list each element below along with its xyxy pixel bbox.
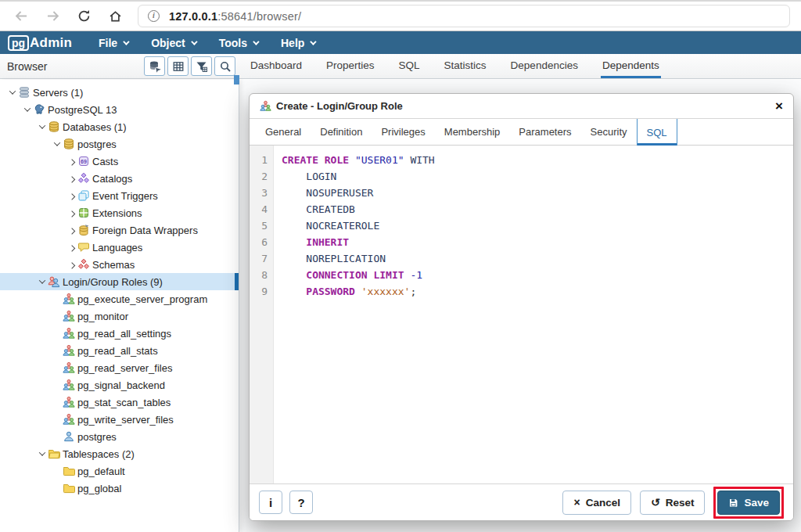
dialog-tab-parameters[interactable]: Parameters bbox=[509, 119, 580, 145]
reset-button[interactable]: ↺ Reset bbox=[640, 491, 706, 515]
menu-tools[interactable]: Tools bbox=[219, 37, 257, 49]
chevron-down-icon bbox=[253, 38, 259, 45]
back-icon[interactable] bbox=[11, 6, 31, 27]
expander-down-icon[interactable] bbox=[6, 90, 18, 95]
tree-item-label: Event Triggers bbox=[92, 190, 158, 202]
dialog-tab-privileges[interactable]: Privileges bbox=[372, 119, 434, 145]
help-button[interactable]: ? bbox=[289, 491, 313, 514]
create-login-group-role-dialog: Create - Login/Group Role × GeneralDefin… bbox=[249, 93, 794, 521]
dialog-footer: i ? × Cancel ↺ Reset Save bbox=[250, 483, 793, 520]
tree-item-extensions[interactable]: Extensions bbox=[0, 204, 239, 221]
expander-right-icon[interactable] bbox=[66, 210, 77, 215]
tree-item-catalogs[interactable]: Catalogs bbox=[0, 170, 239, 187]
tree-item-label: pg_default bbox=[77, 466, 125, 477]
tree-item-postgresql-13[interactable]: PostgreSQL 13 bbox=[0, 101, 239, 118]
tree-item-login-group-roles-9-[interactable]: Login/Group Roles (9) bbox=[0, 273, 239, 290]
tree-item-postgres[interactable]: postgres bbox=[0, 135, 239, 153]
tab-dependents[interactable]: Dependents bbox=[601, 54, 661, 78]
dialog-tab-general[interactable]: General bbox=[256, 119, 311, 145]
code-line: PASSWORD 'xxxxxx'; bbox=[282, 283, 793, 300]
dialog-tab-sql[interactable]: SQL bbox=[637, 119, 677, 146]
info-button[interactable]: i bbox=[259, 491, 282, 514]
expander-down-icon[interactable] bbox=[21, 107, 33, 112]
expander-down-icon[interactable] bbox=[36, 124, 48, 129]
roles3-icon bbox=[63, 293, 77, 305]
line-number: 2 bbox=[250, 168, 268, 185]
expander-right-icon[interactable] bbox=[66, 245, 77, 250]
tree-item-label: postgres bbox=[77, 431, 117, 443]
site-info-icon[interactable]: i bbox=[148, 10, 160, 22]
sql-code[interactable]: CREATE ROLE "USER01" WITH LOGIN NOSUPERU… bbox=[274, 146, 793, 483]
tab-statistics[interactable]: Statistics bbox=[443, 54, 488, 78]
dialog-tab-security[interactable]: Security bbox=[581, 119, 637, 145]
tree-item-postgres[interactable]: postgres bbox=[0, 428, 239, 445]
tab-dependencies[interactable]: Dependencies bbox=[509, 54, 580, 78]
tree-item-label: Servers (1) bbox=[32, 87, 83, 99]
tree-item-pg-write-server-files[interactable]: pg_write_server_files bbox=[0, 411, 239, 428]
browser-panel-header: Browser bbox=[0, 54, 239, 78]
save-button[interactable]: Save bbox=[717, 491, 780, 515]
tree-item-pg-execute-server-program[interactable]: pg_execute_server_program bbox=[0, 290, 239, 307]
panel-bar: Browser DashboardPropertiesSQLStatistics… bbox=[0, 54, 801, 79]
expander-right-icon[interactable] bbox=[66, 193, 77, 198]
expander-down-icon[interactable] bbox=[36, 451, 48, 456]
tree-item-label: Casts bbox=[92, 156, 118, 167]
database-icon bbox=[149, 60, 161, 73]
tree-item-schemas[interactable]: Schemas bbox=[0, 256, 239, 273]
chevron-down-icon bbox=[123, 38, 129, 45]
cancel-button[interactable]: × Cancel bbox=[562, 491, 630, 515]
dialog-tab-membership[interactable]: Membership bbox=[435, 119, 510, 145]
tree-item-pg-stat-scan-tables[interactable]: pg_stat_scan_tables bbox=[0, 394, 239, 411]
main-tab-bar: DashboardPropertiesSQLStatisticsDependen… bbox=[239, 54, 661, 78]
sql-editor[interactable]: 123456789 CREATE ROLE "USER01" WITH LOGI… bbox=[250, 146, 793, 483]
role-group-icon bbox=[260, 100, 271, 112]
tree-item-label: pg_read_server_files bbox=[77, 362, 172, 374]
tree-item-pg-monitor[interactable]: pg_monitor bbox=[0, 307, 239, 325]
tree-item-label: postgres bbox=[77, 138, 117, 150]
code-line: NOREPLICATION bbox=[282, 250, 793, 267]
tree-item-pg-default[interactable]: pg_default bbox=[0, 462, 239, 480]
database-icon-button[interactable] bbox=[144, 56, 165, 76]
menu-file[interactable]: File bbox=[99, 37, 128, 49]
expander-down-icon[interactable] bbox=[36, 279, 48, 284]
menu-help[interactable]: Help bbox=[281, 37, 314, 49]
tree-item-pg-read-server-files[interactable]: pg_read_server_files bbox=[0, 359, 239, 376]
expander-right-icon[interactable] bbox=[66, 159, 77, 164]
tree-item-label: PostgreSQL 13 bbox=[47, 104, 117, 116]
tree-item-label: pg_monitor bbox=[77, 311, 128, 322]
tree-item-servers-1-[interactable]: Servers (1) bbox=[0, 84, 239, 101]
tree-item-pg-global[interactable]: pg_global bbox=[0, 480, 239, 497]
table-icon-button[interactable] bbox=[167, 56, 189, 76]
tree-item-pg-read-all-settings[interactable]: pg_read_all_settings bbox=[0, 325, 239, 342]
line-number: 3 bbox=[250, 185, 268, 201]
tree-item-event-triggers[interactable]: Event Triggers bbox=[0, 187, 239, 204]
roles3-icon bbox=[63, 344, 77, 357]
dialog-tab-definition[interactable]: Definition bbox=[311, 119, 372, 145]
expander-right-icon[interactable] bbox=[66, 262, 77, 267]
refresh-icon[interactable] bbox=[74, 6, 94, 27]
expander-right-icon[interactable] bbox=[66, 228, 77, 232]
tab-dashboard[interactable]: Dashboard bbox=[249, 54, 304, 78]
table-icon bbox=[172, 60, 185, 73]
tree-item-languages[interactable]: Languages bbox=[0, 239, 239, 256]
tree-item-databases-1-[interactable]: Databases (1) bbox=[0, 118, 239, 135]
tree-item-tablespaces-2-[interactable]: Tablespaces (2) bbox=[0, 445, 239, 462]
roles3-icon bbox=[63, 361, 77, 374]
forward-icon[interactable] bbox=[42, 6, 63, 27]
pgadmin-logo: pg Admin bbox=[8, 35, 72, 51]
tree-item-pg-signal-backend[interactable]: pg_signal_backend bbox=[0, 376, 239, 394]
menu-object[interactable]: Object bbox=[151, 37, 196, 49]
tab-sql[interactable]: SQL bbox=[397, 54, 422, 78]
tree-item-casts[interactable]: Casts bbox=[0, 153, 239, 170]
tab-properties[interactable]: Properties bbox=[325, 54, 376, 78]
search-icon-button[interactable] bbox=[214, 56, 235, 76]
expander-down-icon[interactable] bbox=[51, 142, 63, 146]
expander-right-icon[interactable] bbox=[66, 176, 77, 181]
line-number: 6 bbox=[250, 234, 268, 250]
close-icon[interactable]: × bbox=[775, 99, 783, 113]
home-icon[interactable] bbox=[105, 6, 125, 27]
address-bar[interactable]: i 127.0.0.1:58641/browser/ bbox=[138, 5, 790, 27]
filter-icon-button[interactable] bbox=[191, 56, 212, 76]
tree-item-foreign-data-wrappers[interactable]: Foreign Data Wrappers bbox=[0, 221, 239, 239]
tree-item-pg-read-all-stats[interactable]: pg_read_all_stats bbox=[0, 342, 239, 359]
